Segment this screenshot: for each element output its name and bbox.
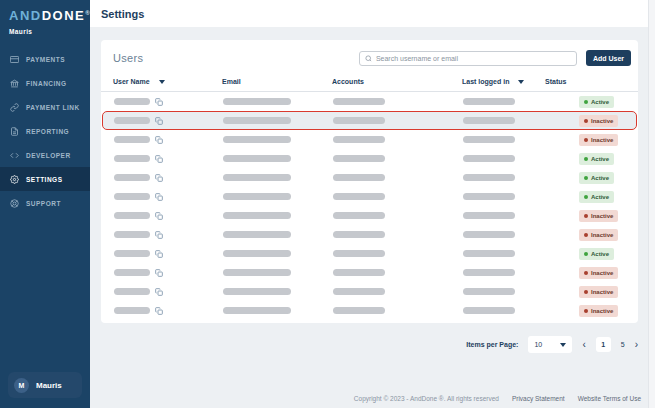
status-dot-icon	[584, 309, 588, 313]
scrollbar-track[interactable]	[648, 0, 655, 408]
table-row[interactable]: Inactive	[102, 301, 637, 320]
copy-icon[interactable]	[155, 250, 163, 258]
email-placeholder	[223, 231, 291, 238]
last-logged-in-cell	[463, 250, 546, 257]
current-page[interactable]: 1	[596, 337, 611, 352]
email-cell	[223, 98, 333, 105]
last-logged-in-placeholder	[463, 212, 515, 219]
table-row[interactable]: Active	[102, 187, 637, 206]
status-label: Active	[591, 251, 609, 257]
table-row[interactable]: Inactive	[102, 282, 637, 301]
accounts-cell	[333, 307, 463, 314]
items-per-page-value: 10	[534, 341, 542, 348]
status-label: Inactive	[591, 308, 613, 314]
accounts-placeholder	[333, 98, 385, 105]
copy-icon[interactable]	[155, 117, 163, 125]
username-placeholder	[114, 250, 150, 257]
merchant-name: Mauris	[0, 23, 90, 35]
sidebar-user-chip[interactable]: M Mauris	[8, 372, 82, 398]
status-dot-icon	[584, 214, 588, 218]
sidebar-item-settings[interactable]: SETTINGS	[0, 167, 90, 191]
username-placeholder	[114, 212, 150, 219]
add-user-button[interactable]: Add User	[586, 50, 631, 66]
sidebar-item-label: PAYMENTS	[26, 56, 65, 63]
table-row[interactable]: Active	[102, 92, 637, 111]
accounts-cell	[333, 212, 463, 219]
email-placeholder	[223, 117, 291, 124]
username-placeholder	[114, 174, 150, 181]
copy-icon[interactable]	[155, 193, 163, 201]
column-header-email: Email	[222, 78, 332, 85]
username-cell	[114, 155, 223, 163]
username-cell	[114, 136, 223, 144]
accounts-cell	[333, 117, 463, 124]
status-badge: Inactive	[579, 305, 618, 317]
sidebar-item-label: SETTINGS	[26, 176, 63, 183]
terms-of-use-link[interactable]: Website Terms of Use	[578, 395, 641, 402]
email-placeholder	[223, 269, 291, 276]
username-placeholder	[114, 117, 150, 124]
table-row[interactable]: Inactive	[102, 225, 637, 244]
accounts-cell	[333, 136, 463, 143]
items-per-page-select[interactable]: 10	[528, 336, 572, 353]
copy-icon[interactable]	[155, 98, 163, 106]
code-icon	[10, 151, 19, 160]
prev-page-button[interactable]: ‹	[582, 340, 585, 350]
last-logged-in-placeholder	[463, 155, 515, 162]
status-badge: Inactive	[579, 134, 618, 146]
last-page[interactable]: 5	[621, 341, 625, 348]
column-header-last-logged-in[interactable]: Last logged in	[462, 78, 545, 85]
username-cell	[114, 250, 223, 258]
credit-card-icon	[10, 55, 19, 64]
copy-icon[interactable]	[155, 174, 163, 182]
sidebar-item-reporting[interactable]: REPORTING	[0, 119, 90, 143]
sidebar-item-developer[interactable]: DEVELOPER	[0, 143, 90, 167]
status-badge: Inactive	[579, 229, 618, 241]
accounts-cell	[333, 250, 463, 257]
sidebar-item-payment-link[interactable]: PAYMENT LINK	[0, 95, 90, 119]
copy-icon[interactable]	[155, 269, 163, 277]
copy-icon[interactable]	[155, 155, 163, 163]
table-row[interactable]: Active	[102, 149, 637, 168]
next-page-button[interactable]: ›	[635, 340, 638, 350]
status-badge: Active	[579, 191, 614, 203]
table-row[interactable]: Inactive	[102, 206, 637, 225]
last-logged-in-cell	[463, 231, 546, 238]
username-cell	[114, 288, 223, 296]
status-cell: Active	[546, 172, 625, 184]
copy-icon[interactable]	[155, 136, 163, 144]
table-row[interactable]: Inactive	[102, 111, 637, 130]
table-row[interactable]: Inactive	[102, 130, 637, 149]
email-cell	[223, 193, 333, 200]
accounts-placeholder	[333, 174, 385, 181]
email-cell	[223, 174, 333, 181]
copy-icon[interactable]	[155, 212, 163, 220]
status-badge: Active	[579, 248, 614, 260]
table-row[interactable]: Active	[102, 168, 637, 187]
copy-icon[interactable]	[155, 288, 163, 296]
status-badge: Active	[579, 172, 614, 184]
life-ring-icon	[10, 199, 19, 208]
status-label: Inactive	[591, 232, 613, 238]
table-row[interactable]: Inactive	[102, 263, 637, 282]
users-card: Users Add User User Name Email Accounts	[101, 40, 638, 323]
copy-icon[interactable]	[155, 307, 163, 315]
privacy-statement-link[interactable]: Privacy Statement	[512, 395, 565, 402]
copy-icon[interactable]	[155, 231, 163, 239]
status-cell: Inactive	[546, 305, 625, 317]
accounts-cell	[333, 193, 463, 200]
sort-caret-icon[interactable]	[159, 80, 165, 84]
search-input[interactable]	[376, 55, 571, 62]
table-row[interactable]: Active	[102, 244, 637, 263]
column-header-username[interactable]: User Name	[113, 78, 222, 85]
sidebar-item-support[interactable]: SUPPORT	[0, 191, 90, 215]
sidebar-item-label: PAYMENT LINK	[26, 104, 80, 111]
status-cell: Active	[546, 248, 625, 260]
user-search	[359, 51, 577, 66]
status-label: Inactive	[591, 118, 613, 124]
sort-caret-icon[interactable]	[518, 80, 524, 84]
username-placeholder	[114, 231, 150, 238]
sidebar-item-payments[interactable]: PAYMENTS	[0, 47, 90, 71]
sidebar-item-financing[interactable]: FINANCING	[0, 71, 90, 95]
last-logged-in-cell	[463, 136, 546, 143]
